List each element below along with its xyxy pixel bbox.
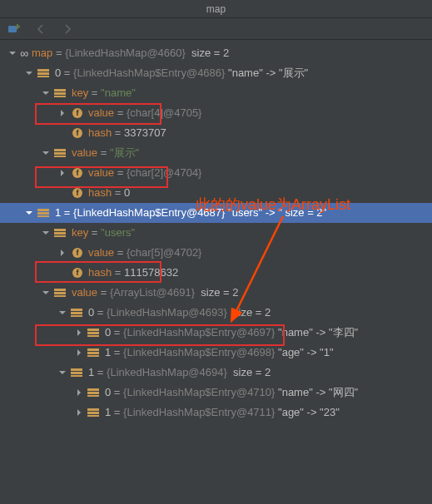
collapse-arrow-icon[interactable] bbox=[73, 387, 85, 398]
svg-rect-42 bbox=[71, 368, 82, 371]
map-entry-icon bbox=[53, 146, 68, 160]
field-icon: f bbox=[70, 266, 85, 279]
svg-rect-23 bbox=[54, 229, 66, 231]
watch-icon: ∞ bbox=[20, 44, 28, 62]
svg-rect-8 bbox=[54, 96, 66, 97]
mapping-label: "users" -> " size = 2" bbox=[228, 206, 326, 219]
collapse-arrow-icon[interactable] bbox=[73, 407, 85, 418]
expand-arrow-icon[interactable] bbox=[57, 367, 68, 378]
map-entry-icon bbox=[70, 306, 85, 319]
tree-row-entry[interactable]: 0 = {LinkedHashMap$Entry@4686} "name" ->… bbox=[0, 63, 432, 83]
tree-row-key[interactable]: key = "users" bbox=[0, 223, 432, 243]
size-label: size = 2 bbox=[233, 366, 271, 378]
tree-row-field[interactable]: f hash = 111578632 bbox=[0, 263, 432, 283]
type-label: {char[2]@4704} bbox=[127, 166, 202, 179]
tree-row-field[interactable]: f hash = 3373707 bbox=[0, 123, 432, 143]
tree-row-field[interactable]: f value = {char[4]@4705} bbox=[0, 103, 432, 123]
type-label: {LinkedHashMap$Entry@4697} bbox=[123, 326, 275, 338]
map-entry-icon bbox=[87, 326, 102, 339]
tree-row-field[interactable]: f hash = 0 bbox=[0, 183, 432, 203]
svg-rect-14 bbox=[54, 152, 66, 155]
map-entry-icon bbox=[70, 366, 85, 379]
svg-rect-41 bbox=[87, 355, 99, 357]
svg-rect-39 bbox=[87, 348, 99, 351]
index-label: 1 bbox=[105, 346, 111, 358]
type-label: {LinkedHashMap$Entry@4686} bbox=[73, 67, 225, 79]
svg-rect-37 bbox=[87, 332, 99, 334]
expand-arrow-icon[interactable] bbox=[7, 47, 18, 59]
expand-arrow-icon[interactable] bbox=[40, 147, 52, 159]
svg-rect-33 bbox=[71, 309, 82, 311]
number-value: 3373707 bbox=[124, 126, 166, 139]
tree-row-entry-selected[interactable]: 1 = {LinkedHashMap$Entry@4687} "users" -… bbox=[0, 203, 432, 223]
svg-rect-30 bbox=[54, 289, 66, 291]
tree-row-map[interactable]: ∞ map = {LinkedHashMap@4660} size = 2 bbox=[0, 43, 432, 63]
index-label: 1 bbox=[55, 206, 61, 219]
type-label: {LinkedHashMap$Entry@4698} bbox=[123, 346, 275, 358]
type-label: {LinkedHashMap$Entry@4687} bbox=[73, 206, 225, 219]
collapse-arrow-icon[interactable] bbox=[57, 167, 68, 179]
svg-rect-47 bbox=[87, 395, 99, 397]
field-icon: f bbox=[70, 166, 85, 180]
key-label: key bbox=[72, 226, 88, 239]
map-entry-icon bbox=[37, 206, 52, 220]
index-label: 0 bbox=[55, 67, 61, 79]
expand-arrow-icon[interactable] bbox=[23, 207, 35, 219]
variable-tree: ∞ map = {LinkedHashMap@4660} size = 2 0 … bbox=[0, 40, 432, 426]
svg-rect-15 bbox=[54, 156, 66, 157]
svg-rect-40 bbox=[87, 352, 99, 354]
type-label: {char[5]@4702} bbox=[127, 246, 202, 259]
tree-row-entry[interactable]: 1 = {LinkedHashMap$Entry@4698} "age" -> … bbox=[0, 343, 432, 363]
field-icon: f bbox=[70, 126, 85, 140]
tree-row-list-item[interactable]: 1 = {LinkedHashMap@4694} size = 2 bbox=[0, 363, 432, 383]
map-entry-icon bbox=[87, 406, 102, 419]
collapse-arrow-icon[interactable] bbox=[57, 107, 68, 119]
map-entry-icon bbox=[37, 67, 52, 80]
tree-row-key[interactable]: key = "name" bbox=[0, 83, 432, 103]
tree-row-value-arraylist[interactable]: value = {ArrayList@4691} size = 2 bbox=[0, 283, 432, 303]
svg-rect-44 bbox=[71, 375, 82, 377]
tree-row-entry[interactable]: 0 = {LinkedHashMap$Entry@4710} "name" ->… bbox=[0, 383, 432, 403]
collapse-arrow-icon[interactable] bbox=[57, 247, 68, 259]
expand-arrow-icon[interactable] bbox=[40, 87, 52, 99]
svg-rect-36 bbox=[87, 329, 99, 331]
mapping-label: "name" -> "展示" bbox=[228, 67, 308, 79]
back-icon[interactable] bbox=[33, 22, 48, 36]
svg-rect-43 bbox=[71, 372, 82, 374]
field-name: hash bbox=[88, 266, 112, 279]
svg-rect-35 bbox=[71, 315, 82, 317]
svg-rect-38 bbox=[87, 335, 99, 337]
svg-rect-25 bbox=[54, 235, 66, 237]
expand-arrow-icon[interactable] bbox=[40, 227, 52, 239]
svg-rect-31 bbox=[54, 292, 66, 294]
svg-rect-2 bbox=[15, 26, 20, 27]
mapping-label: "age" -> "23" bbox=[278, 406, 340, 418]
collapse-arrow-icon[interactable] bbox=[73, 347, 85, 358]
value-label: value bbox=[72, 146, 97, 159]
window-title: map bbox=[0, 0, 432, 18]
index-label: 0 bbox=[105, 386, 111, 398]
svg-rect-20 bbox=[37, 209, 49, 211]
tree-row-value[interactable]: value = "展示" bbox=[0, 143, 432, 163]
svg-rect-7 bbox=[54, 92, 66, 95]
key-label: key bbox=[72, 86, 88, 99]
tree-row-entry[interactable]: 0 = {LinkedHashMap$Entry@4697} "name" ->… bbox=[0, 323, 432, 343]
tree-row-list-item[interactable]: 0 = {LinkedHashMap@4693} size = 2 bbox=[0, 303, 432, 323]
collapse-arrow-icon[interactable] bbox=[73, 327, 85, 338]
forward-icon[interactable] bbox=[60, 22, 75, 36]
map-entry-icon bbox=[87, 346, 102, 359]
svg-rect-48 bbox=[87, 408, 99, 411]
expand-arrow-icon[interactable] bbox=[23, 67, 35, 79]
field-name: value bbox=[88, 166, 114, 179]
field-name: hash bbox=[88, 126, 112, 139]
tree-row-entry[interactable]: 1 = {LinkedHashMap$Entry@4711} "age" -> … bbox=[0, 403, 432, 422]
expand-arrow-icon[interactable] bbox=[57, 307, 68, 319]
tree-row-field[interactable]: f value = {char[5]@4702} bbox=[0, 243, 432, 263]
expand-arrow-icon[interactable] bbox=[40, 287, 52, 299]
new-watch-icon[interactable] bbox=[7, 22, 22, 36]
map-entry-icon bbox=[87, 386, 102, 399]
tree-row-field[interactable]: f value = {char[2]@4704} bbox=[0, 163, 432, 183]
field-icon: f bbox=[70, 246, 85, 259]
index-label: 0 bbox=[88, 306, 94, 319]
number-value: 0 bbox=[124, 186, 130, 199]
